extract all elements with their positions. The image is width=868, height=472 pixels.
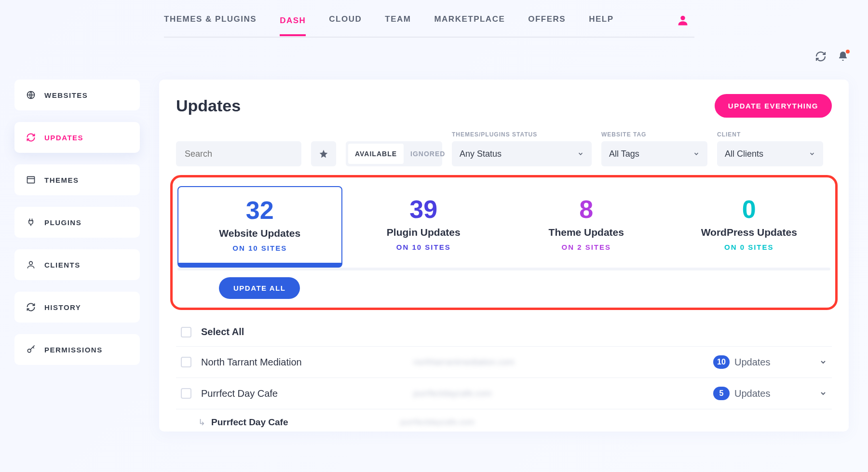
filter-row: AVAILABLE IGNORED THEMES/PLUGINS STATUS … <box>176 131 832 166</box>
chevron-down-icon[interactable] <box>819 358 827 366</box>
segment-available[interactable]: AVAILABLE <box>348 144 404 164</box>
nav-help[interactable]: HELP <box>589 14 613 28</box>
row-checkbox[interactable] <box>181 357 191 367</box>
select-all-checkbox[interactable] <box>181 327 191 337</box>
svg-point-4 <box>27 349 31 352</box>
summary-wordpress-updates[interactable]: 0 WordPress Updates ON 0 SITES <box>668 186 831 268</box>
row-site-name: Purrfect Day Cafe <box>201 388 404 399</box>
user-icon[interactable] <box>676 13 690 27</box>
sidebar-item-permissions[interactable]: PERMISSIONS <box>14 334 140 365</box>
sidebar-item-label: HISTORY <box>44 303 81 311</box>
sub-row-domain: purrfectdaycafe.com <box>400 418 832 427</box>
segment-ignored[interactable]: IGNORED <box>404 144 452 164</box>
chevron-down-icon[interactable] <box>819 390 827 397</box>
sidebar-item-websites[interactable]: WEBSITES <box>14 80 140 110</box>
updates-count-badge: 10 <box>713 355 730 369</box>
sub-row-title: Purrfect Day Cafe <box>211 417 394 428</box>
sidebar-item-history[interactable]: HISTORY <box>14 292 140 323</box>
search-box[interactable] <box>176 141 301 166</box>
summary-plugin-updates[interactable]: 39 Plugin Updates ON 10 SITES <box>342 186 505 268</box>
tag-select[interactable]: All Tags <box>601 141 707 166</box>
update-all-button[interactable]: UPDATE ALL <box>219 277 300 299</box>
person-icon <box>26 260 36 270</box>
summary-website-updates[interactable]: 32 Website Updates ON 10 SITES <box>177 186 342 268</box>
client-filter-label: CLIENT <box>717 131 823 138</box>
favorites-filter[interactable] <box>311 141 336 166</box>
sidebar-item-themes[interactable]: THEMES <box>14 164 140 195</box>
tag-filter-label: WEBSITE TAG <box>601 131 707 138</box>
nav-dash[interactable]: DASH <box>280 16 306 36</box>
page-header: Updates UPDATE EVERYTHING <box>176 94 832 118</box>
table-row[interactable]: North Tarrant Mediation northtarrantmedi… <box>176 347 832 378</box>
summary-theme-updates[interactable]: 8 Theme Updates ON 2 SITES <box>505 186 668 268</box>
sidebar-item-plugins[interactable]: PLUGINS <box>14 207 140 238</box>
nav-marketplace[interactable]: MARKETPLACE <box>434 14 505 28</box>
row-updates: 10 Updates <box>713 355 810 369</box>
summary-row: 32 Website Updates ON 10 SITES 39 Plugin… <box>177 186 830 268</box>
summary-divider <box>177 268 830 270</box>
notifications-button[interactable] <box>837 51 849 62</box>
sidebar-item-updates[interactable]: UPDATES <box>14 122 140 153</box>
top-right-icons <box>815 51 849 62</box>
update-everything-button[interactable]: UPDATE EVERYTHING <box>715 94 832 118</box>
updates-count-badge: 5 <box>713 387 730 400</box>
plug-icon <box>26 217 36 227</box>
chevron-down-icon <box>693 150 700 157</box>
star-icon <box>319 149 328 159</box>
sidebar-item-label: THEMES <box>44 176 79 184</box>
globe-icon <box>26 90 36 100</box>
row-domain: northtarrantmediation.com <box>413 357 704 367</box>
sidebar-item-label: WEBSITES <box>44 91 88 99</box>
main-panel: Updates UPDATE EVERYTHING AVAILABLE IGNO… <box>159 80 849 432</box>
refresh-icon <box>26 133 36 142</box>
row-checkbox[interactable] <box>181 388 191 399</box>
sidebar-item-label: UPDATES <box>44 134 83 142</box>
sidebar-item-label: PERMISSIONS <box>44 346 103 354</box>
client-select[interactable]: All Clients <box>717 141 823 166</box>
key-icon <box>26 345 36 354</box>
segment-control: AVAILABLE IGNORED <box>346 141 442 166</box>
svg-point-0 <box>680 16 685 20</box>
nav-cloud[interactable]: CLOUD <box>329 14 362 28</box>
nav-themes-plugins[interactable]: THEMES & PLUGINS <box>164 14 257 28</box>
notification-dot <box>846 50 850 54</box>
select-all-row: Select All <box>176 318 832 347</box>
page-title: Updates <box>176 96 241 115</box>
status-select[interactable]: Any Status <box>452 141 592 166</box>
updates-list: Select All North Tarrant Mediation north… <box>176 318 832 432</box>
row-domain: purrfectdaycafe.com <box>413 389 704 399</box>
table-row[interactable]: Purrfect Day Cafe purrfectdaycafe.com 5 … <box>176 378 832 409</box>
summary-highlight: 32 Website Updates ON 10 SITES 39 Plugin… <box>170 175 838 310</box>
sidebar-item-label: CLIENTS <box>44 261 81 269</box>
sub-row: ↳ Purrfect Day Cafe purrfectdaycafe.com <box>176 409 832 432</box>
svg-point-3 <box>29 261 33 265</box>
row-site-name: North Tarrant Mediation <box>201 357 404 368</box>
chevron-down-icon <box>809 150 815 157</box>
select-all-label: Select All <box>201 326 404 337</box>
sub-arrow-icon: ↳ <box>198 417 205 428</box>
status-filter-label: THEMES/PLUGINS STATUS <box>452 131 592 138</box>
nav-offers[interactable]: OFFERS <box>528 14 566 28</box>
history-icon <box>26 302 36 312</box>
sidebar-item-clients[interactable]: CLIENTS <box>14 249 140 280</box>
search-input[interactable] <box>185 149 293 159</box>
sidebar: WEBSITES UPDATES THEMES PLUGINS CLIENTS … <box>14 80 140 365</box>
chevron-down-icon <box>577 150 584 157</box>
top-nav: THEMES & PLUGINS DASH CLOUD TEAM MARKETP… <box>164 0 694 38</box>
svg-rect-2 <box>27 176 35 183</box>
nav-team[interactable]: TEAM <box>385 14 411 28</box>
layout-icon <box>26 175 36 185</box>
refresh-icon[interactable] <box>815 51 827 62</box>
sidebar-item-label: PLUGINS <box>44 218 81 227</box>
row-updates: 5 Updates <box>713 387 810 400</box>
